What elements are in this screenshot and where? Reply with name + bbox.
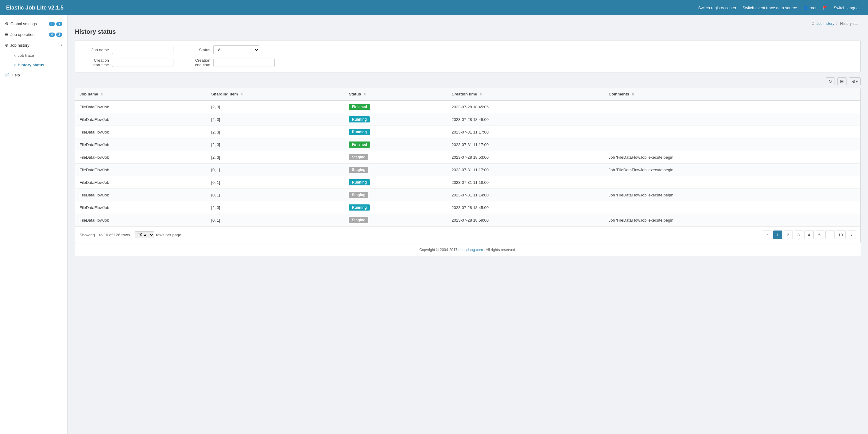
sidebar-label-job-history: Job history xyxy=(10,43,29,48)
sidebar: ⚙ Global settings 1 1 ☰ Job operation 4 … xyxy=(0,16,67,434)
pagination-page-2[interactable]: 2 xyxy=(784,230,793,239)
creation-end-label: Creationend time xyxy=(183,58,210,67)
creation-end-input[interactable] xyxy=(213,59,275,67)
pagination-prev[interactable]: ‹ xyxy=(763,230,772,239)
sidebar-item-global-settings[interactable]: ⚙ Global settings 1 1 xyxy=(0,19,67,29)
per-page-select[interactable]: 10 ▲ 20 50 xyxy=(135,231,154,238)
cell-sharding: [2, 3] xyxy=(207,126,344,138)
status-select[interactable]: All Finished Running Staging xyxy=(213,45,259,54)
table-row: FileDataFlowJob [2, 3] Running 2023-07-2… xyxy=(75,113,860,126)
cell-job-name: FileDataFlowJob xyxy=(75,214,207,226)
pagination-next[interactable]: › xyxy=(847,230,856,239)
data-table: Job name ⇅ Sharding item ⇅ Status ⇅ Crea… xyxy=(75,88,860,226)
status-badge: Finished xyxy=(349,142,370,148)
switch-event-link[interactable]: Switch event trace data source xyxy=(742,5,797,10)
switch-registry-link[interactable]: Switch registry center xyxy=(698,5,736,10)
circle-active-icon: ○ xyxy=(14,63,17,67)
cell-creation-time: 2023-07-28 18:45:05 xyxy=(447,100,604,113)
filter-bar: Job name Status All Finished Running Sta… xyxy=(75,40,861,72)
cell-sharding: [2, 3] xyxy=(207,113,344,126)
col-sharding-item[interactable]: Sharding item ⇅ xyxy=(207,88,344,100)
pagination-page-4[interactable]: 4 xyxy=(804,230,814,239)
flag-icon: 🚩 xyxy=(823,5,828,10)
columns-button[interactable]: ⊞ xyxy=(837,78,846,85)
sidebar-item-history-status[interactable]: ○ History status xyxy=(9,60,67,70)
sidebar-label-history-status: History status xyxy=(18,63,44,67)
cell-job-name: FileDataFlowJob xyxy=(75,113,207,126)
cell-sharding: [2, 3] xyxy=(207,138,344,151)
pagination-info: Showing 1 to 10 of 126 rows xyxy=(80,232,130,237)
table-row: FileDataFlowJob [0, 1] Staging 2023-07-3… xyxy=(75,164,860,176)
status-badge: Staging xyxy=(349,217,368,223)
user-menu[interactable]: 👤 root xyxy=(803,5,816,10)
sidebar-item-job-trace[interactable]: ○ Job trace xyxy=(9,51,67,60)
col-job-name[interactable]: Job name ⇅ xyxy=(75,88,207,100)
table-toolbar: ↻ ⊞ ⚙▾ xyxy=(75,78,861,85)
cell-creation-time: 2023-07-31 11:17:00 xyxy=(447,138,604,151)
status-badge: Staging xyxy=(349,154,368,160)
col-status[interactable]: Status ⇅ xyxy=(344,88,447,100)
page-footer: Copyright © 2004-2017 dangdang.com . All… xyxy=(75,243,861,256)
table-row: FileDataFlowJob [2, 3] Finished 2023-07-… xyxy=(75,100,860,113)
cell-creation-time: 2023-07-28 18:45:00 xyxy=(447,202,604,214)
breadcrumb: ⊙ Job history > History sta... xyxy=(75,22,861,26)
badge-4: 3 xyxy=(56,33,62,37)
pagination-page-5[interactable]: 5 xyxy=(815,230,824,239)
user-icon: 👤 xyxy=(803,5,808,10)
sidebar-item-job-operation[interactable]: ☰ Job operation 4 3 xyxy=(0,29,67,40)
table-header: Job name ⇅ Sharding item ⇅ Status ⇅ Crea… xyxy=(75,88,860,100)
cell-sharding: [0, 1] xyxy=(207,164,344,176)
cell-status: Staging xyxy=(344,164,447,176)
status-badge: Staging xyxy=(349,167,368,173)
pagination-page-13[interactable]: 13 xyxy=(836,230,846,239)
job-name-input[interactable] xyxy=(112,46,174,54)
cell-status: Staging xyxy=(344,214,447,226)
cell-comments: Job 'FileDataFlowJob' execute begin. xyxy=(604,189,860,202)
footer-suffix: . All rights reserved. xyxy=(484,248,516,252)
cell-comments xyxy=(604,113,860,126)
status-label: Status xyxy=(183,48,210,52)
pagination-page-1[interactable]: 1 xyxy=(773,230,782,239)
app-title: Elastic Job Lite v2.1.5 xyxy=(6,5,64,11)
cell-status: Running xyxy=(344,113,447,126)
col-creation-time[interactable]: Creation time ⇅ xyxy=(447,88,604,100)
cell-comments xyxy=(604,138,860,151)
cell-job-name: FileDataFlowJob xyxy=(75,151,207,164)
table-row: FileDataFlowJob [0, 1] Staging 2023-07-3… xyxy=(75,189,860,202)
breadcrumb-job-history[interactable]: Job history xyxy=(816,22,834,26)
status-badge: Running xyxy=(349,205,370,211)
table-row: FileDataFlowJob [2, 3] Running 2023-07-2… xyxy=(75,202,860,214)
page-title: History status xyxy=(75,28,861,35)
cell-job-name: FileDataFlowJob xyxy=(75,189,207,202)
cell-status: Running xyxy=(344,176,447,189)
creation-start-input[interactable] xyxy=(112,59,174,67)
history-icon-small: ⊙ xyxy=(811,22,815,26)
cell-creation-time: 2023-07-31 11:14:00 xyxy=(447,189,604,202)
cell-job-name: FileDataFlowJob xyxy=(75,202,207,214)
sidebar-item-help[interactable]: 📄 Help xyxy=(0,70,67,81)
cell-status: Finished xyxy=(344,100,447,113)
cell-comments xyxy=(604,126,860,138)
cell-sharding: [2, 3] xyxy=(207,151,344,164)
settings-button[interactable]: ⚙▾ xyxy=(849,78,861,85)
cell-creation-time: 2023-07-31 11:17:00 xyxy=(447,164,604,176)
col-comments[interactable]: Comments ⇅ xyxy=(604,88,860,100)
table-body: FileDataFlowJob [2, 3] Finished 2023-07-… xyxy=(75,100,860,226)
cell-sharding: [0, 1] xyxy=(207,176,344,189)
pagination-ellipsis: ... xyxy=(825,230,835,239)
cell-status: Staging xyxy=(344,189,447,202)
switch-language-link[interactable]: Switch langua... xyxy=(834,5,862,10)
filter-row-2: Creationstart time Creationend time xyxy=(81,58,854,67)
footer-link[interactable]: dangdang.com xyxy=(459,248,483,252)
pagination-page-3[interactable]: 3 xyxy=(794,230,803,239)
per-page-label: rows per page xyxy=(156,232,181,237)
footer-text: Copyright © 2004-2017 xyxy=(419,248,459,252)
table-row: FileDataFlowJob [2, 3] Staging 2023-07-2… xyxy=(75,151,860,164)
sidebar-label-job-trace: Job trace xyxy=(18,53,34,58)
pagination-bar: Showing 1 to 10 of 126 rows 10 ▲ 20 50 r… xyxy=(75,226,860,243)
sidebar-item-job-history[interactable]: ⊙ Job history ▾ xyxy=(0,40,67,51)
cell-sharding: [2, 3] xyxy=(207,202,344,214)
refresh-button[interactable]: ↻ xyxy=(826,78,835,85)
cell-sharding: [2, 3] xyxy=(207,100,344,113)
cell-comments: Job 'FileDataFlowJob' execute begin. xyxy=(604,151,860,164)
